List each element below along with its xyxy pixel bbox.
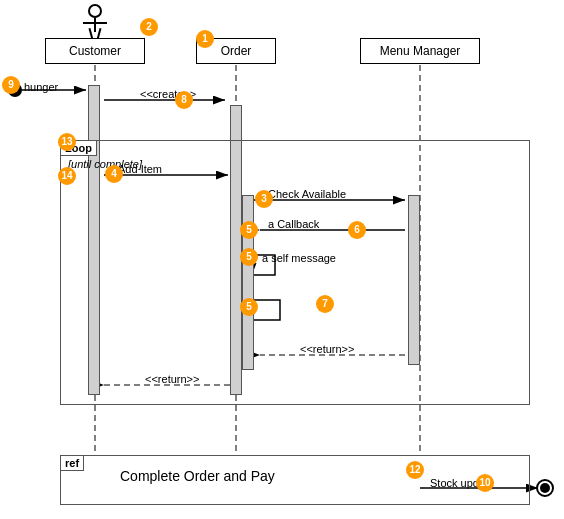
badge-6: 6 bbox=[348, 221, 366, 239]
customer-label: Customer bbox=[69, 44, 121, 58]
badge-1: 1 bbox=[196, 30, 214, 48]
badge-4: 4 bbox=[105, 165, 123, 183]
badge-2: 2 bbox=[140, 18, 158, 36]
ref-label: ref bbox=[60, 455, 84, 471]
loop-frame bbox=[60, 140, 530, 405]
order-label: Order bbox=[221, 44, 252, 58]
badge-5c: 5 bbox=[240, 298, 258, 316]
final-node bbox=[536, 479, 554, 497]
badge-5a: 5 bbox=[240, 221, 258, 239]
badge-14: 14 bbox=[58, 167, 76, 185]
callback-label: a Callback bbox=[268, 218, 319, 230]
hunger-label: hunger bbox=[24, 81, 58, 93]
return-label-2: <<return>> bbox=[145, 373, 199, 385]
customer-box: Customer bbox=[45, 38, 145, 64]
badge-9: 9 bbox=[2, 76, 20, 94]
badge-3: 3 bbox=[255, 190, 273, 208]
menu-manager-label: Menu Manager bbox=[380, 44, 461, 58]
diagram: Customer Order Menu Manager hunger 9 Loo… bbox=[0, 0, 564, 519]
badge-5b: 5 bbox=[240, 248, 258, 266]
return-label-1: <<return>> bbox=[300, 343, 354, 355]
check-available-label: Check Available bbox=[268, 188, 346, 200]
add-item-label: Add Item bbox=[118, 163, 162, 175]
badge-13: 13 bbox=[58, 133, 76, 151]
badge-8: 8 bbox=[175, 91, 193, 109]
menu-manager-box: Menu Manager bbox=[360, 38, 480, 64]
ref-text: Complete Order and Pay bbox=[120, 468, 275, 484]
badge-10: 10 bbox=[476, 474, 494, 492]
self-message-label: a self message bbox=[262, 252, 336, 264]
badge-7: 7 bbox=[316, 295, 334, 313]
badge-12: 12 bbox=[406, 461, 424, 479]
